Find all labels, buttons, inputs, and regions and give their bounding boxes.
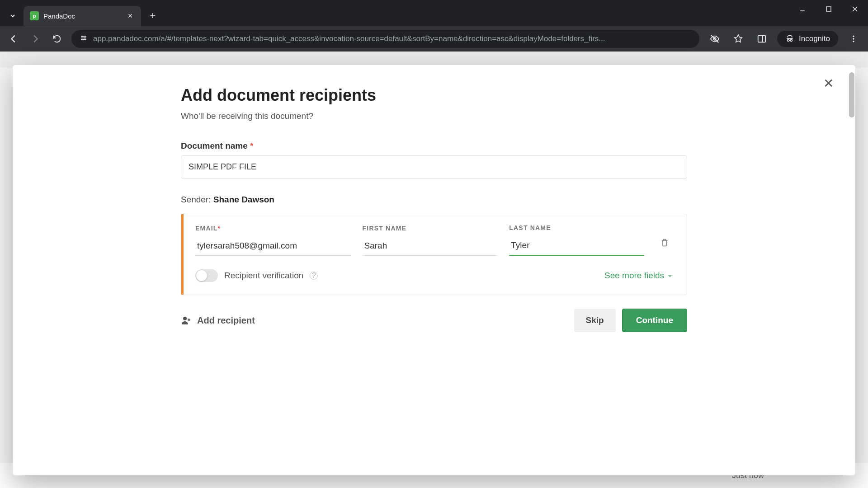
svg-point-15 <box>853 38 854 39</box>
svg-point-6 <box>85 37 86 38</box>
sender-prefix: Sender: <box>181 195 211 204</box>
modal-title: Add document recipients <box>181 86 687 105</box>
sender-row: Sender: Shane Dawson <box>181 195 687 205</box>
svg-point-17 <box>183 317 187 320</box>
incognito-label: Incognito <box>799 34 830 43</box>
add-recipient-button[interactable]: Add recipient <box>181 315 255 326</box>
trash-icon <box>660 238 670 248</box>
svg-point-7 <box>82 39 84 40</box>
document-name-label: Document name * <box>181 141 687 151</box>
svg-point-14 <box>853 36 854 37</box>
browser-tab[interactable]: p PandaDoc × <box>24 6 141 26</box>
last-name-input[interactable] <box>509 236 644 256</box>
chevron-down-icon <box>667 272 673 279</box>
browser-tab-bar: p PandaDoc × + <box>0 0 868 26</box>
eye-blocked-icon[interactable] <box>707 31 723 47</box>
svg-point-5 <box>82 35 83 37</box>
skip-button[interactable]: Skip <box>574 309 616 332</box>
nav-forward[interactable] <box>28 32 42 46</box>
window-close[interactable] <box>842 0 868 18</box>
email-label: EMAIL* <box>195 225 351 232</box>
modal-close-button[interactable]: ✕ <box>819 74 837 92</box>
person-add-icon <box>181 315 192 326</box>
site-settings-icon[interactable] <box>80 34 88 44</box>
svg-point-11 <box>788 39 789 41</box>
svg-point-12 <box>790 39 792 41</box>
window-minimize[interactable] <box>789 0 816 18</box>
close-icon[interactable]: × <box>126 11 135 21</box>
see-more-fields-link[interactable]: See more fields <box>604 271 673 281</box>
tab-title: PandaDoc <box>43 12 121 20</box>
url-input[interactable]: app.pandadoc.com/a/#/templates-next?wiza… <box>71 30 699 48</box>
incognito-badge[interactable]: Incognito <box>777 31 838 47</box>
delete-recipient-button[interactable] <box>656 234 673 253</box>
continue-button[interactable]: Continue <box>622 309 687 332</box>
info-icon[interactable]: ? <box>310 272 318 280</box>
first-name-input[interactable] <box>363 236 498 256</box>
address-bar: app.pandadoc.com/a/#/templates-next?wiza… <box>0 26 868 52</box>
recipient-verification-toggle[interactable] <box>195 269 218 282</box>
window-maximize[interactable] <box>816 0 842 18</box>
new-tab-button[interactable]: + <box>145 8 161 24</box>
incognito-icon <box>785 34 794 43</box>
nav-reload[interactable] <box>50 32 64 46</box>
bookmark-star-icon[interactable] <box>730 31 746 47</box>
add-recipients-modal: ✕ Add document recipients Who'll be rece… <box>13 65 855 475</box>
recipient-card: EMAIL* FIRST NAME LAST NAME <box>181 214 687 295</box>
tab-search-dropdown[interactable] <box>5 9 20 23</box>
tab-favicon: p <box>30 11 39 20</box>
svg-point-16 <box>853 41 854 42</box>
sender-name: Shane Dawson <box>213 195 274 204</box>
email-input[interactable] <box>195 236 351 256</box>
svg-rect-9 <box>758 36 766 42</box>
url-text: app.pandadoc.com/a/#/templates-next?wiza… <box>93 34 605 43</box>
svg-rect-1 <box>826 7 831 11</box>
modal-scrollbar[interactable] <box>849 72 854 117</box>
modal-subtitle: Who'll be receiving this document? <box>181 111 687 121</box>
recipient-verification-label: Recipient verification <box>224 271 303 281</box>
nav-back[interactable] <box>6 32 21 46</box>
first-name-label: FIRST NAME <box>363 225 498 232</box>
browser-menu-icon[interactable] <box>845 31 862 47</box>
document-name-input[interactable] <box>181 155 687 178</box>
side-panel-icon[interactable] <box>754 31 770 47</box>
last-name-label: LAST NAME <box>509 224 644 231</box>
